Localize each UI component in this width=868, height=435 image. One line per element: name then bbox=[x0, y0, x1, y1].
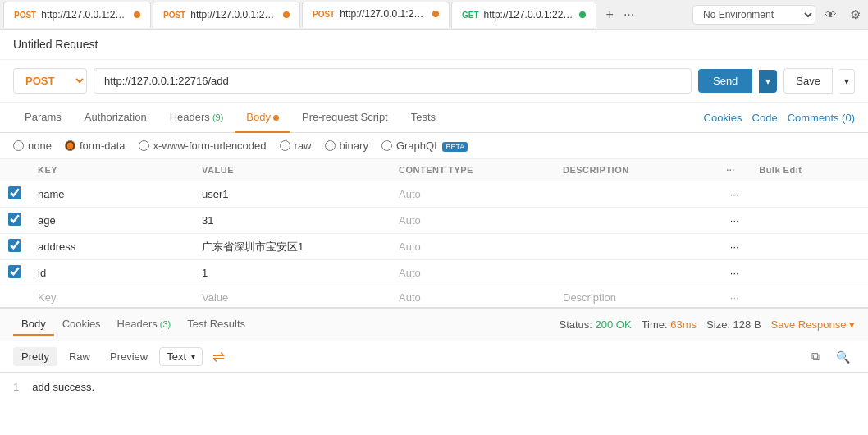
request-title: Untitled Request bbox=[0, 30, 868, 60]
row-description-0[interactable] bbox=[555, 181, 718, 208]
row-key-3[interactable]: id bbox=[30, 260, 194, 286]
table-row: id 1 Auto ··· bbox=[0, 260, 868, 286]
row-key-2[interactable]: address bbox=[30, 234, 194, 260]
format-arrow: ▾ bbox=[191, 352, 195, 361]
row-value-4[interactable]: Value bbox=[194, 286, 391, 308]
search-button[interactable]: 🔍 bbox=[831, 347, 855, 367]
tab-dot-3 bbox=[579, 11, 586, 18]
time-value: 63ms bbox=[670, 318, 697, 331]
tab-0[interactable]: POSThttp://127.0.0.1:227... bbox=[3, 2, 151, 28]
row-description-2[interactable] bbox=[555, 234, 718, 260]
response-meta: Status: 200 OK Time: 63ms Size: 128 B Sa… bbox=[559, 318, 855, 331]
environment-select[interactable]: No Environment bbox=[692, 5, 815, 25]
table-row: age 31 Auto ··· bbox=[0, 208, 868, 234]
table-row: Key Value Auto Description ··· bbox=[0, 286, 868, 308]
code-link[interactable]: Code bbox=[752, 112, 778, 124]
row-check-cell-0[interactable] bbox=[0, 181, 30, 208]
format-select[interactable]: Text ▾ bbox=[159, 347, 203, 366]
response-bar: BodyCookiesHeaders (3)Test Results Statu… bbox=[0, 307, 868, 341]
wrap-icon[interactable]: ⇌ bbox=[212, 348, 225, 366]
row-key-4[interactable]: Key bbox=[30, 286, 194, 308]
row-check-cell-3[interactable] bbox=[0, 260, 30, 286]
row-value-3[interactable]: 1 bbox=[194, 260, 391, 286]
status-label: Status: 200 OK bbox=[559, 318, 631, 331]
resp-tab-3[interactable]: Test Results bbox=[179, 314, 254, 336]
new-tab-button[interactable]: + bbox=[601, 4, 619, 25]
send-dropdown-button[interactable]: ▾ bbox=[759, 70, 777, 93]
option-urlencoded[interactable]: x-www-form-urlencoded bbox=[139, 140, 267, 152]
cookies-link[interactable]: Cookies bbox=[704, 112, 742, 124]
row-value-2[interactable]: 广东省深圳市宝安区1 bbox=[194, 234, 391, 260]
req-tab-1[interactable]: Authorization bbox=[73, 103, 158, 133]
row-check-cell-2[interactable] bbox=[0, 234, 30, 260]
row-checkbox-2[interactable] bbox=[8, 239, 21, 252]
tab-bar: POSThttp://127.0.0.1:227...POSThttp://12… bbox=[0, 0, 868, 30]
req-tab-4[interactable]: Pre-request Script bbox=[290, 103, 400, 133]
method-select[interactable]: POST bbox=[13, 68, 87, 94]
status-value: 200 OK bbox=[596, 318, 632, 331]
time-label: Time: 63ms bbox=[642, 318, 697, 331]
environment-eye-button[interactable]: 👁 bbox=[820, 5, 841, 24]
row-check-cell-1[interactable] bbox=[0, 208, 30, 234]
format-label: Text bbox=[167, 350, 186, 363]
row-checkbox-3[interactable] bbox=[8, 265, 21, 278]
option-binary[interactable]: binary bbox=[325, 140, 368, 152]
save-response-button[interactable]: Save Response ▾ bbox=[771, 318, 855, 331]
row-value-1[interactable]: 31 bbox=[194, 208, 391, 234]
row-check-cell-4[interactable] bbox=[0, 286, 30, 308]
req-tab-5[interactable]: Tests bbox=[400, 103, 447, 133]
tab-dot-0 bbox=[134, 11, 140, 18]
resp-tab-0[interactable]: Body bbox=[13, 314, 54, 336]
save-dropdown-button[interactable]: ▾ bbox=[839, 69, 855, 94]
option-none[interactable]: none bbox=[13, 140, 52, 152]
row-checkbox-1[interactable] bbox=[8, 213, 21, 226]
option-form-data[interactable]: form-data bbox=[65, 140, 126, 152]
response-body: 1 add success. bbox=[0, 373, 868, 401]
size-value: 128 B bbox=[733, 318, 761, 331]
url-bar: POST Send ▾ Save ▾ bbox=[0, 60, 868, 103]
row-checkbox-0[interactable] bbox=[8, 186, 21, 199]
row-value-0[interactable]: user1 bbox=[194, 181, 391, 208]
row-content-type-0: Auto bbox=[391, 181, 555, 208]
option-graphql[interactable]: GraphQLBETA bbox=[381, 140, 468, 152]
comments-link[interactable]: Comments (0) bbox=[788, 112, 855, 124]
pretty-button[interactable]: Pretty bbox=[13, 347, 57, 366]
tab-method-2: POST bbox=[313, 10, 335, 19]
col-value: VALUE bbox=[194, 159, 391, 181]
col-dots: ··· bbox=[718, 159, 751, 181]
tab-2[interactable]: POSThttp://127.0.0.1:227... bbox=[302, 2, 450, 28]
option-raw[interactable]: raw bbox=[280, 140, 312, 152]
bulk-edit-button[interactable]: Bulk Edit bbox=[751, 159, 868, 181]
right-links: Cookies Code Comments (0) bbox=[704, 112, 855, 124]
row-description-3[interactable] bbox=[555, 260, 718, 286]
send-button[interactable]: Send bbox=[698, 69, 752, 93]
resp-tab-1[interactable]: Cookies bbox=[54, 314, 109, 336]
save-button[interactable]: Save bbox=[783, 68, 833, 94]
row-description-1[interactable] bbox=[555, 208, 718, 234]
more-tabs-button[interactable]: ··· bbox=[619, 4, 639, 25]
req-tab-0[interactable]: Params bbox=[13, 103, 73, 133]
tab-actions: + ··· bbox=[601, 4, 640, 25]
row-key-0[interactable]: name bbox=[30, 181, 194, 208]
tab-method-1: POST bbox=[163, 11, 185, 20]
row-content-type-1: Auto bbox=[391, 208, 555, 234]
url-input[interactable] bbox=[94, 68, 692, 94]
resp-tab-2[interactable]: Headers (3) bbox=[109, 314, 180, 336]
tab-3[interactable]: GEThttp://127.0.0.1:2271... bbox=[451, 2, 596, 28]
row-content-type-2: Auto bbox=[391, 234, 555, 260]
preview-button[interactable]: Preview bbox=[102, 347, 156, 366]
col-description: DESCRIPTION bbox=[555, 159, 718, 181]
copy-button[interactable]: ⧉ bbox=[806, 346, 825, 367]
form-data-table: KEY VALUE CONTENT TYPE DESCRIPTION ··· B… bbox=[0, 159, 868, 307]
raw-button[interactable]: Raw bbox=[61, 347, 98, 366]
col-check bbox=[0, 159, 30, 181]
tab-1[interactable]: POSThttp://127.0.0.1:227... bbox=[153, 2, 300, 28]
table-row: address 广东省深圳市宝安区1 Auto ··· bbox=[0, 234, 868, 260]
req-tab-2[interactable]: Headers (9) bbox=[158, 103, 235, 133]
col-content-type: CONTENT TYPE bbox=[391, 159, 555, 181]
row-key-1[interactable]: age bbox=[30, 208, 194, 234]
row-content-type-3: Auto bbox=[391, 260, 555, 286]
req-tab-3[interactable]: Body bbox=[235, 103, 290, 133]
row-description-4: Description bbox=[555, 286, 718, 308]
environment-settings-button[interactable]: ⚙ bbox=[846, 5, 865, 25]
